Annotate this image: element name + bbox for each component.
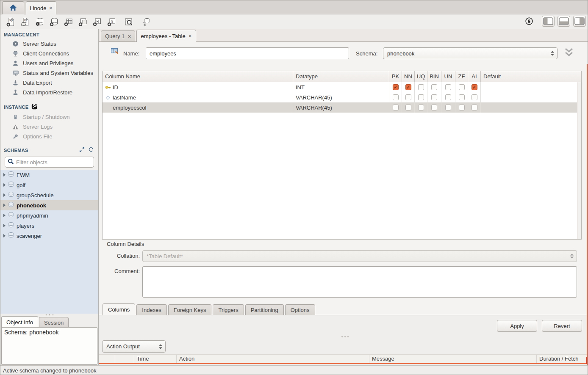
zf-checkbox[interactable] (459, 105, 465, 110)
un-checkbox[interactable] (445, 84, 451, 90)
sidebar-item-users-privileges[interactable]: Users and Privileges (0, 58, 98, 68)
refresh-icon[interactable] (88, 147, 94, 153)
panel-resize-handle[interactable] (44, 314, 55, 316)
output-type-select[interactable]: Action Output (102, 340, 166, 353)
schema-select[interactable]: phonebook (383, 47, 557, 59)
zf-checkbox[interactable] (459, 84, 465, 90)
toggle-right-panel-button[interactable] (573, 16, 586, 27)
schema-item-groupschedule[interactable]: groupSchedule (0, 190, 98, 200)
home-tab[interactable] (2, 1, 24, 14)
header-pk[interactable]: PK (389, 71, 402, 82)
header-duration-fetch[interactable]: Duration / Fetch (537, 355, 588, 363)
expander-icon[interactable] (3, 193, 6, 197)
tab-query-1[interactable]: Query 1 × (101, 30, 135, 41)
sidebar-item-data-import[interactable]: Data Import/Restore (0, 88, 98, 97)
close-icon[interactable]: × (128, 33, 131, 39)
un-checkbox[interactable] (445, 94, 451, 100)
toggle-left-panel-button[interactable] (542, 16, 555, 27)
schema-item-players[interactable]: players (0, 221, 98, 231)
expander-icon[interactable] (3, 183, 6, 187)
pk-checkbox[interactable] (393, 105, 399, 110)
close-icon[interactable]: × (49, 5, 52, 11)
sidebar-item-client-connections[interactable]: Client Connections (0, 49, 98, 58)
search-table-data-button[interactable] (122, 16, 136, 28)
header-message[interactable]: Message (369, 355, 537, 363)
uq-checkbox[interactable] (418, 105, 424, 110)
revert-button[interactable]: Revert (542, 320, 582, 332)
header-bin[interactable]: BIN (427, 71, 441, 82)
schema-item-golf[interactable]: golf (0, 180, 98, 190)
create-view-button[interactable] (76, 16, 90, 28)
expander-icon[interactable] (3, 204, 6, 207)
column-row-employeescol[interactable]: employeescol VARCHAR(45) (103, 102, 581, 113)
expander-icon[interactable] (3, 224, 6, 227)
tab-foreign-keys[interactable]: Foreign Keys (168, 304, 212, 315)
nn-checkbox[interactable] (405, 94, 411, 100)
tab-indexes[interactable]: Indexes (136, 304, 167, 315)
expander-icon[interactable] (3, 234, 6, 237)
ai-checkbox[interactable] (472, 94, 477, 100)
header-zf[interactable]: ZF (455, 71, 468, 82)
bin-checkbox[interactable] (431, 84, 437, 90)
sidebar-item-server-logs[interactable]: Server Logs (0, 122, 98, 132)
ai-checkbox[interactable] (472, 105, 477, 110)
tab-employees-table[interactable]: employees - Table × (136, 30, 196, 42)
uq-checkbox[interactable] (418, 94, 424, 100)
header-action[interactable]: Action (177, 355, 369, 363)
collation-select[interactable]: *Table Default* (142, 250, 577, 262)
zf-checkbox[interactable] (459, 94, 465, 100)
apply-button[interactable]: Apply (497, 320, 537, 332)
expander-icon[interactable] (3, 214, 6, 217)
splitter-handle[interactable] (341, 336, 350, 338)
column-row-lastname[interactable]: ◇ lastName VARCHAR(45) (103, 92, 581, 102)
schema-filter-input[interactable] (16, 159, 91, 165)
header-time[interactable]: Time (134, 355, 177, 363)
tab-triggers[interactable]: Triggers (213, 304, 244, 315)
schema-item-phonebook[interactable]: phonebook (0, 200, 98, 210)
create-procedure-button[interactable] (90, 16, 105, 28)
comment-textarea[interactable] (142, 266, 577, 298)
nn-checkbox[interactable] (405, 84, 411, 90)
sidebar-item-data-export[interactable]: Data Export (0, 78, 98, 88)
sidebar-item-options-file[interactable]: Options File (0, 132, 98, 141)
grid-vertical-scrollbar[interactable] (577, 82, 581, 239)
header-default[interactable]: Default (481, 71, 581, 82)
table-name-input[interactable] (146, 47, 349, 59)
tab-columns[interactable]: Columns (103, 303, 135, 315)
uq-checkbox[interactable] (418, 84, 424, 90)
expand-icon[interactable] (79, 147, 85, 153)
nn-checkbox[interactable] (405, 105, 411, 110)
header-datatype[interactable]: Datatype (293, 71, 389, 82)
toggle-bottom-panel-button[interactable] (557, 16, 570, 27)
bin-checkbox[interactable] (431, 105, 437, 110)
pk-checkbox[interactable] (393, 84, 399, 90)
tab-partitioning[interactable]: Partitioning (245, 304, 284, 315)
schema-item-fwm[interactable]: FWM (0, 170, 98, 180)
reconnect-dbms-button[interactable] (139, 16, 153, 28)
bin-checkbox[interactable] (431, 94, 437, 100)
create-schema-button[interactable] (47, 16, 61, 28)
column-row-id[interactable]: ID INT (103, 82, 581, 92)
connection-tab[interactable]: Linode × (26, 1, 56, 14)
expand-header-chevron-icon[interactable] (563, 48, 574, 58)
new-sql-tab-button[interactable]: SQL (4, 16, 18, 28)
un-checkbox[interactable] (445, 105, 451, 110)
close-icon[interactable]: × (189, 33, 192, 39)
expander-icon[interactable] (3, 173, 6, 176)
create-table-button[interactable] (61, 16, 76, 28)
ai-checkbox[interactable] (472, 84, 477, 90)
header-un[interactable]: UN (441, 71, 455, 82)
output-splitter[interactable] (99, 335, 588, 339)
header-uq[interactable]: UQ (415, 71, 427, 82)
tab-session[interactable]: Session (39, 317, 69, 328)
sidebar-item-server-status[interactable]: Server Status (0, 39, 98, 49)
sidebar-item-system-variables[interactable]: Status and System Variables (0, 68, 98, 78)
schema-item-scavenger[interactable]: scavenger (0, 231, 98, 241)
header-column-name[interactable]: Column Name (103, 71, 293, 82)
tab-object-info[interactable]: Object Info (1, 316, 38, 328)
schema-item-phpmyadmin[interactable]: phpmyadmin (0, 210, 98, 221)
open-sql-script-button[interactable]: SQL (18, 16, 33, 28)
tab-options[interactable]: Options (285, 304, 315, 315)
pk-checkbox[interactable] (393, 94, 399, 100)
create-function-button[interactable]: () (105, 16, 119, 28)
